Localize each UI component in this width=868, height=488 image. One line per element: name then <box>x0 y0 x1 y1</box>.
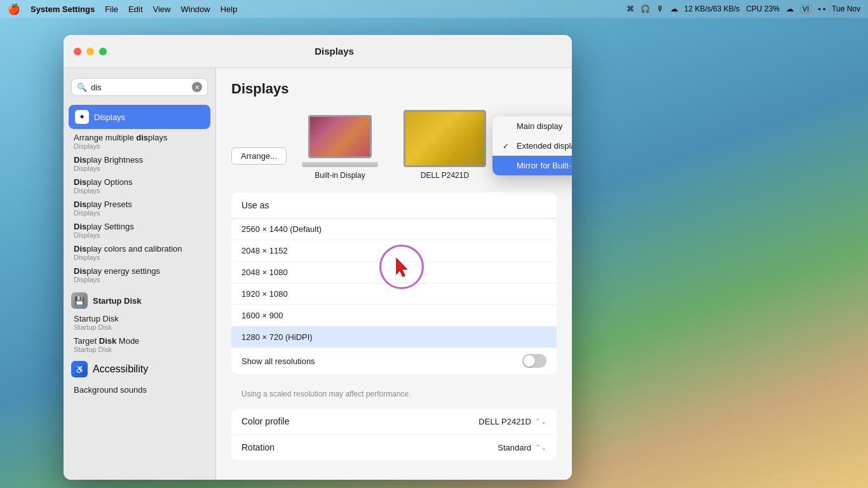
window-titlebar: Displays <box>64 35 572 68</box>
dropdown-main-label: Main display <box>517 121 562 131</box>
builtin-screen <box>310 117 370 156</box>
startup-disk-label: Startup Disk <box>93 296 142 306</box>
performance-note: Using a scaled resolution may affect per… <box>231 384 557 409</box>
edit-menu[interactable]: Edit <box>128 4 142 14</box>
color-profile-chevron: ⌃⌄ <box>535 417 546 426</box>
maximize-button[interactable] <box>99 48 107 55</box>
startup-disk-category: Startup Disk <box>74 323 208 331</box>
sidebar-item-display-colors[interactable]: Display colors and calibration Displays <box>64 241 215 264</box>
resolution-item-1[interactable]: 2048 × 1152 <box>231 240 557 262</box>
dropdown-extended-label: Extended display <box>517 141 572 151</box>
file-menu[interactable]: File <box>105 4 118 14</box>
builtin-monitor-frame <box>308 115 372 158</box>
sidebar-item-display-presets[interactable]: Display Presets Displays <box>64 197 215 219</box>
show-all-toggle[interactable] <box>522 354 546 368</box>
display-colors-category: Displays <box>74 254 208 261</box>
system-settings-window: Displays 🔍 ✕ ✦ Displays Arrange multiple… <box>64 35 572 480</box>
sidebar-item-displays[interactable]: ✦ Displays <box>69 105 210 129</box>
display-colors-title: Display colors and calibration <box>74 244 208 254</box>
window-body: 🔍 ✕ ✦ Displays Arrange multiple displays… <box>64 68 572 480</box>
show-all-row: Show all resolutions <box>231 348 557 374</box>
rotation-row[interactable]: Rotation Standard ⌃⌄ <box>231 435 557 460</box>
app-name-menu[interactable]: System Settings <box>31 4 95 14</box>
dell-monitor-frame <box>403 110 486 167</box>
headset-icon: 🎙 <box>656 4 664 13</box>
close-button[interactable] <box>74 48 81 55</box>
sidebar-item-display-settings[interactable]: Display Settings Displays <box>64 219 215 241</box>
rotation-text: Standard <box>498 443 531 452</box>
apple-menu[interactable]: 🍎 <box>8 3 20 15</box>
accessibility-label: Accessibility <box>93 363 148 375</box>
target-disk-category: Startup Disk <box>74 346 208 353</box>
builtin-display-thumb[interactable]: Built-in Display <box>302 115 378 180</box>
display-settings-category: Displays <box>74 231 208 239</box>
show-all-label: Show all resolutions <box>241 356 315 366</box>
search-clear-button[interactable]: ✕ <box>192 82 202 92</box>
dropdown-item-extended[interactable]: ✓ Extended display <box>492 136 572 156</box>
sidebar-item-background-sounds[interactable]: Background sounds <box>64 383 215 397</box>
arrange-button[interactable]: Arrange... <box>231 147 287 165</box>
builtin-display-name: Built-in Display <box>315 171 365 180</box>
sidebar-item-display-options[interactable]: Display Options Displays <box>64 175 215 197</box>
menubar: 🍎 System Settings File Edit View Window … <box>0 0 868 18</box>
search-bar[interactable]: 🔍 ✕ <box>71 78 208 96</box>
resolution-item-5[interactable]: 1280 × 720 (HiDPI) <box>231 327 557 348</box>
use-as-dropdown[interactable]: Main display ✓ Extended display Mirror f… <box>492 116 572 175</box>
resolution-item-3[interactable]: 1920 × 1080 <box>231 283 557 305</box>
search-icon: 🔍 <box>77 83 87 92</box>
headphones-icon: 🎧 <box>641 4 650 13</box>
main-content: Displays Arrange... Built-in Display <box>216 68 572 480</box>
color-profile-label: Color profile <box>241 416 289 426</box>
color-profile-row[interactable]: Color profile DELL P2421D ⌃⌄ <box>231 409 557 435</box>
resolution-item-0[interactable]: 2560 × 1440 (Default) <box>231 219 557 240</box>
traffic-lights <box>74 48 107 55</box>
display-options-title: Display Options <box>74 177 208 187</box>
minimize-button[interactable] <box>86 48 94 55</box>
target-disk-title: Target Disk Mode <box>74 336 208 346</box>
search-input[interactable] <box>91 83 188 92</box>
resolution-item-4[interactable]: 1600 × 900 <box>231 305 557 327</box>
sidebar-item-accessibility[interactable]: ♿ Accessibility <box>64 356 215 383</box>
rotation-value[interactable]: Standard ⌃⌄ <box>498 443 546 452</box>
startup-disk-title: Startup Disk <box>74 314 208 323</box>
sidebar-item-arrange-displays[interactable]: Arrange multiple displays Displays <box>64 130 215 152</box>
display-options-category: Displays <box>74 187 208 194</box>
display-thumbnails: Arrange... Built-in Display DELL P2421D <box>231 110 557 180</box>
cpu-stats: CPU 23% <box>746 4 780 13</box>
dell-screen <box>405 112 484 165</box>
color-profile-value[interactable]: DELL P2421D ⌃⌄ <box>478 417 546 426</box>
displays-icon: ✦ <box>75 110 89 124</box>
help-menu[interactable]: Help <box>220 4 238 14</box>
accessibility-icon: ♿ <box>71 361 88 377</box>
display-energy-title: Display energy settings <box>74 266 208 276</box>
dell-display-name: DELL P2421D <box>421 171 469 180</box>
dropdown-item-main-display[interactable]: Main display <box>492 116 572 136</box>
display-presets-category: Displays <box>74 209 208 217</box>
dell-display-thumb[interactable]: DELL P2421D Main display ✓ Extended disp… <box>403 110 486 180</box>
extended-checkmark-icon: ✓ <box>503 142 512 151</box>
window-menu[interactable]: Window <box>180 4 210 14</box>
sidebar-item-display-brightness[interactable]: Display Brightness Displays <box>64 152 215 175</box>
network-stats: 12 KB/s/63 KB/s <box>684 4 740 13</box>
command-icon: ⌘ <box>627 4 634 13</box>
keyboard-indicator: VI <box>800 4 811 13</box>
sidebar-section-startup-disk[interactable]: 💾 Startup Disk <box>64 286 215 311</box>
resolution-card: 2560 × 1440 (Default) 2048 × 1152 2048 ×… <box>231 219 557 374</box>
display-presets-title: Display Presets <box>74 200 208 209</box>
date-time: Tue Nov <box>832 4 860 13</box>
dropdown-item-mirror[interactable]: Mirror for Built-in Display <box>492 156 572 175</box>
view-menu[interactable]: View <box>153 4 171 14</box>
toggle-thumb <box>524 355 535 367</box>
sidebar-item-display-energy[interactable]: Display energy settings Displays <box>64 264 215 286</box>
resolution-item-2[interactable]: 2048 × 1080 <box>231 262 557 283</box>
sidebar: 🔍 ✕ ✦ Displays Arrange multiple displays… <box>64 68 216 480</box>
background-sounds-title: Background sounds <box>74 385 208 395</box>
arrange-displays-title: Arrange multiple displays <box>74 133 208 142</box>
display-energy-category: Displays <box>74 276 208 283</box>
page-title: Displays <box>231 81 557 97</box>
display-brightness-title: Display Brightness <box>74 155 208 165</box>
cloud-icon: ☁ <box>670 4 678 13</box>
sidebar-item-startup-disk[interactable]: Startup Disk Startup Disk <box>64 311 215 334</box>
rotation-chevron: ⌃⌄ <box>535 444 546 452</box>
sidebar-item-target-disk[interactable]: Target Disk Mode Startup Disk <box>64 334 215 356</box>
